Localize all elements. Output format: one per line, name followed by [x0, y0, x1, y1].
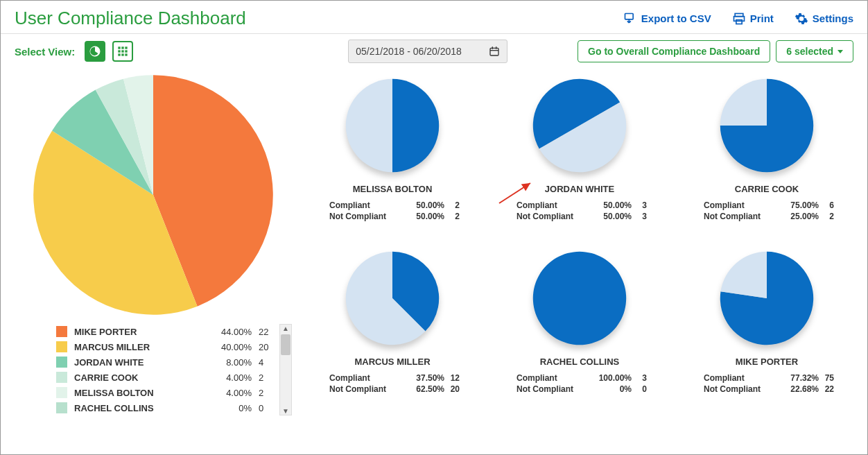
scroll-down-icon: ▼: [280, 407, 291, 415]
view-toggle-pie[interactable]: [85, 41, 105, 62]
stat-row: Compliant 100.00% 3: [507, 372, 652, 384]
stat-row: Compliant 37.50% 12: [320, 372, 465, 384]
scroll-thumb[interactable]: [281, 334, 290, 355]
stat-count: 3: [632, 200, 652, 210]
user-card[interactable]: MIKE PORTERCompliant 77.32% 75Not Compli…: [680, 250, 853, 415]
user-name: MARCUS MILLER: [354, 357, 430, 367]
user-stats: Compliant 50.00% 3Not Compliant 50.00% 3: [507, 200, 652, 222]
user-name: MELISSA BOLTON: [353, 184, 433, 194]
stat-row: Not Compliant 50.00% 3: [507, 211, 652, 222]
left-panel: MIKE PORTER 44.00% 22 MARCUS MILLER 40.0…: [15, 70, 292, 415]
legend-pct: 40.00%: [210, 342, 252, 352]
legend-swatch: [56, 341, 67, 352]
user-pie-chart: [344, 77, 441, 174]
stat-pct: 22.68%: [777, 384, 819, 394]
legend-row[interactable]: RACHEL COLLINS 0% 0: [15, 400, 279, 415]
stat-row: Compliant 50.00% 2: [320, 200, 465, 211]
stat-pct: 100.00%: [590, 373, 632, 383]
svg-rect-12: [125, 53, 128, 55]
legend-swatch: [56, 357, 67, 368]
user-stats: Compliant 50.00% 2Not Compliant 50.00% 2: [320, 200, 465, 222]
stat-count: 12: [444, 373, 465, 383]
header-actions: Export to CSV Print Settings: [623, 12, 853, 26]
selection-dropdown[interactable]: 6 selected: [776, 40, 853, 62]
date-range-picker[interactable]: 05/21/2018 - 06/20/2018: [348, 40, 507, 63]
legend-wrap: MIKE PORTER 44.00% 22 MARCUS MILLER 40.0…: [15, 324, 292, 415]
stat-label: Not Compliant: [507, 384, 590, 394]
legend-name: CARRIE COOK: [74, 372, 210, 383]
print-button[interactable]: Print: [732, 12, 774, 26]
legend-name: MARCUS MILLER: [74, 342, 210, 352]
user-cards-grid: MELISSA BOLTONCompliant 50.00% 2Not Comp…: [306, 70, 853, 415]
svg-rect-8: [122, 50, 124, 52]
user-card[interactable]: JORDAN WHITECompliant 50.00% 3Not Compli…: [493, 77, 666, 243]
legend-pct: 4.00%: [210, 372, 252, 383]
svg-rect-10: [119, 53, 121, 55]
stat-label: Not Compliant: [320, 384, 403, 394]
svg-rect-9: [125, 50, 128, 52]
legend-name: JORDAN WHITE: [74, 357, 210, 368]
stat-row: Not Compliant 25.00% 2: [694, 211, 840, 222]
stat-count: 3: [632, 212, 652, 221]
export-csv-button[interactable]: Export to CSV: [623, 12, 711, 26]
svg-rect-6: [125, 46, 128, 49]
stat-row: Not Compliant 62.50% 20: [320, 384, 465, 395]
user-card[interactable]: CARRIE COOKCompliant 75.00% 6Not Complia…: [680, 77, 853, 243]
overall-dashboard-button[interactable]: Go to Overall Compliance Dashboard: [578, 40, 770, 62]
legend-pct: 44.00%: [210, 327, 252, 337]
stat-pct: 77.32%: [777, 373, 819, 383]
controls-row: Select View: 05/21/2018 - 06/20/2018 Go …: [1, 34, 867, 70]
view-toggle-grid[interactable]: [112, 41, 133, 62]
selection-label: 6 selected: [786, 46, 833, 57]
user-pie-chart: [531, 77, 628, 174]
legend-count: 20: [259, 342, 279, 352]
settings-button[interactable]: Settings: [795, 12, 853, 26]
svg-rect-13: [490, 48, 498, 55]
stat-row: Compliant 77.32% 75: [694, 372, 840, 384]
stat-row: Not Compliant 50.00% 2: [320, 211, 465, 222]
print-icon: [732, 12, 746, 26]
settings-label: Settings: [813, 12, 853, 24]
stat-label: Not Compliant: [320, 212, 403, 221]
header: User Compliance Dashboard Export to CSV …: [1, 1, 867, 34]
select-view-label: Select View:: [15, 46, 75, 58]
legend-row[interactable]: CARRIE COOK 4.00% 2: [15, 370, 279, 385]
legend-row[interactable]: MELISSA BOLTON 4.00% 2: [15, 385, 279, 400]
user-card[interactable]: MELISSA BOLTONCompliant 50.00% 2Not Comp…: [306, 77, 479, 243]
stat-count: 22: [819, 384, 840, 394]
stat-label: Compliant: [320, 373, 403, 383]
stat-row: Not Compliant 0% 0: [507, 384, 652, 395]
legend-row[interactable]: MARCUS MILLER 40.00% 20: [15, 339, 279, 354]
stat-label: Compliant: [507, 373, 590, 383]
user-card[interactable]: RACHEL COLLINSCompliant 100.00% 3Not Com…: [493, 250, 666, 415]
legend-count: 2: [259, 372, 279, 383]
user-pie-chart: [531, 250, 628, 347]
stat-label: Compliant: [320, 200, 403, 210]
legend-name: MELISSA BOLTON: [74, 388, 210, 398]
user-pie-chart: [344, 250, 441, 347]
stat-pct: 50.00%: [590, 200, 632, 210]
user-stats: Compliant 77.32% 75Not Compliant 22.68% …: [694, 372, 840, 395]
stat-pct: 50.00%: [590, 212, 632, 221]
user-name: RACHEL COLLINS: [540, 357, 620, 367]
user-stats: Compliant 75.00% 6Not Compliant 25.00% 2: [694, 200, 840, 222]
legend-row[interactable]: JORDAN WHITE 8.00% 4: [15, 354, 279, 370]
legend-name: RACHEL COLLINS: [74, 403, 210, 413]
stat-count: 2: [444, 212, 465, 221]
stat-row: Not Compliant 22.68% 22: [694, 384, 840, 395]
user-card[interactable]: MARCUS MILLERCompliant 37.50% 12Not Comp…: [306, 250, 479, 415]
stat-label: Not Compliant: [694, 384, 777, 394]
legend-swatch: [56, 402, 67, 413]
stat-count: 75: [819, 373, 840, 383]
legend-pct: 8.00%: [210, 357, 252, 368]
overall-dashboard-label: Go to Overall Compliance Dashboard: [588, 46, 760, 57]
stat-count: 2: [444, 200, 465, 210]
stat-pct: 62.50%: [403, 384, 444, 394]
chevron-down-icon: [837, 50, 843, 53]
legend-scrollbar[interactable]: ▲ ▼: [279, 324, 292, 415]
stat-count: 20: [444, 384, 465, 394]
print-label: Print: [750, 12, 774, 24]
legend-row[interactable]: MIKE PORTER 44.00% 22: [15, 324, 279, 339]
stat-pct: 75.00%: [777, 200, 819, 210]
stat-pct: 37.50%: [403, 373, 444, 383]
